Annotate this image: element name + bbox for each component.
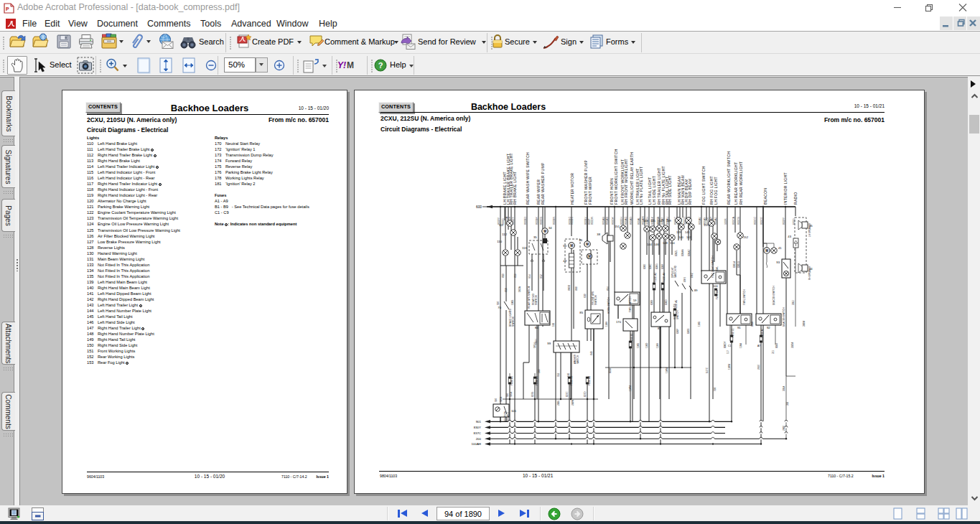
svg-text:800CE: 800CE bbox=[760, 216, 763, 225]
svg-text:FUSE A9: FUSE A9 bbox=[536, 376, 538, 385]
svg-text:816: 816 bbox=[514, 273, 517, 278]
svg-text:38: 38 bbox=[597, 233, 600, 236]
svg-text:149: 149 bbox=[666, 219, 671, 223]
svg-text:830G: 830G bbox=[655, 263, 658, 269]
svg-text:830C: 830C bbox=[649, 263, 652, 269]
svg-text:907A: 907A bbox=[500, 396, 503, 402]
svg-text:110B: 110B bbox=[698, 322, 701, 327]
svg-text:143: 143 bbox=[643, 219, 648, 223]
svg-text:49: 49 bbox=[563, 259, 566, 263]
svg-text:830Z: 830Z bbox=[691, 273, 694, 278]
svg-text:111: 111 bbox=[499, 223, 504, 227]
svg-text:SWITCH: SWITCH bbox=[594, 295, 597, 305]
svg-text:REAR WASH WIPE SWITCH: REAR WASH WIPE SWITCH bbox=[526, 152, 530, 205]
svg-text:SWITCH: SWITCH bbox=[512, 317, 515, 327]
svg-text:41: 41 bbox=[778, 246, 782, 250]
svg-text:141: 141 bbox=[685, 230, 690, 234]
svg-text:FOG LIGHT SWITCH: FOG LIGHT SWITCH bbox=[701, 166, 706, 205]
svg-text:BEACON SWITCH: BEACON SWITCH bbox=[783, 307, 785, 327]
svg-text:F/W/L SWITCH: F/W/L SWITCH bbox=[743, 289, 746, 305]
svg-text:M: M bbox=[543, 230, 546, 233]
svg-text:C1: C1 bbox=[728, 345, 731, 347]
svg-text:110M: 110M bbox=[666, 368, 668, 373]
svg-text:FUSE A4: FUSE A4 bbox=[663, 273, 666, 282]
svg-text:8034: 8034 bbox=[775, 343, 778, 348]
svg-text:110: 110 bbox=[497, 240, 502, 243]
svg-text:800AG: 800AG bbox=[625, 217, 627, 225]
svg-text:100AH: 100AH bbox=[472, 442, 481, 446]
svg-text:800BS: 800BS bbox=[571, 217, 574, 225]
svg-text:830E: 830E bbox=[643, 264, 646, 269]
svg-text:200: 200 bbox=[476, 437, 482, 441]
svg-text:91: 91 bbox=[737, 326, 741, 329]
svg-text:LH REAR WORKLIGHT: LH REAR WORKLIGHT bbox=[734, 162, 738, 205]
svg-text:105H: 105H bbox=[535, 339, 538, 345]
svg-text:70: 70 bbox=[498, 306, 501, 309]
svg-text:SWITCH: SWITCH bbox=[535, 295, 538, 305]
svg-text:36: 36 bbox=[579, 238, 582, 242]
svg-text:901: 901 bbox=[476, 420, 482, 424]
svg-text:87: 87 bbox=[658, 327, 661, 330]
svg-text:2006: 2006 bbox=[557, 401, 560, 406]
svg-text:303J: 303J bbox=[792, 300, 795, 305]
svg-text:800AV: 800AV bbox=[699, 217, 701, 225]
svg-text:B27C: B27C bbox=[706, 367, 709, 373]
svg-text:FUSE B5: FUSE B5 bbox=[570, 375, 573, 385]
svg-text:800BV: 800BV bbox=[584, 217, 587, 225]
svg-text:830AA: 830AA bbox=[681, 249, 684, 256]
svg-text:RH BRAKE LIGHT: RH BRAKE LIGHT bbox=[513, 171, 517, 205]
svg-text:907A: 907A bbox=[510, 391, 513, 397]
svg-text:RH FRONT WORKLIGHT: RH FRONT WORKLIGHT bbox=[624, 159, 628, 205]
svg-text:800EB: 800EB bbox=[540, 217, 543, 225]
svg-text:800BD: 800BD bbox=[524, 217, 527, 225]
svg-text:FUSE A3: FUSE A3 bbox=[654, 273, 657, 282]
svg-text:303: 303 bbox=[786, 401, 789, 406]
svg-text:800AD: 800AD bbox=[630, 217, 633, 225]
svg-text:952: 952 bbox=[540, 274, 543, 279]
svg-text:830LB: 830LB bbox=[737, 261, 740, 268]
svg-text:RH SPEAKER: RH SPEAKER bbox=[808, 266, 811, 280]
svg-text:810: 810 bbox=[502, 273, 505, 278]
svg-text:800DY: 800DY bbox=[724, 340, 727, 348]
svg-text:FUSE A8: FUSE A8 bbox=[588, 376, 591, 385]
svg-text:M: M bbox=[570, 244, 573, 248]
svg-text:151: 151 bbox=[615, 225, 620, 228]
svg-text:SWITCH: SWITCH bbox=[676, 310, 679, 319]
svg-text:800B: 800B bbox=[568, 284, 571, 291]
svg-text:110D: 110D bbox=[645, 342, 648, 348]
svg-text:800DK: 800DK bbox=[612, 216, 615, 225]
svg-text:F/W/L SWITCH: F/W/L SWITCH bbox=[629, 296, 632, 312]
svg-text:100: 100 bbox=[538, 369, 541, 373]
svg-text:146: 146 bbox=[654, 243, 659, 246]
svg-text:300M: 300M bbox=[803, 321, 806, 327]
svg-text:FOG LIGHT SWITCH: FOG LIGHT SWITCH bbox=[711, 256, 714, 278]
svg-text:830: 830 bbox=[584, 294, 587, 298]
svg-text:50: 50 bbox=[563, 244, 566, 248]
svg-text:820S: 820S bbox=[687, 329, 690, 334]
svg-text:110H: 110H bbox=[605, 321, 608, 327]
svg-text:837C: 837C bbox=[566, 391, 569, 397]
svg-text:144: 144 bbox=[647, 243, 652, 246]
svg-text:LH No PLATE LIGHT: LH No PLATE LIGHT bbox=[639, 167, 643, 205]
svg-text:800FF: 800FF bbox=[783, 217, 785, 225]
svg-text:SWITCH RD: SWITCH RD bbox=[674, 265, 677, 278]
svg-text:FUSE A1: FUSE A1 bbox=[510, 376, 513, 385]
svg-text:907: 907 bbox=[495, 398, 498, 402]
svg-text:800EH: 800EH bbox=[620, 217, 623, 225]
svg-text:REAR WORKLIGHT SWITCH: REAR WORKLIGHT SWITCH bbox=[727, 151, 731, 205]
svg-text:SWITCH: SWITCH bbox=[577, 355, 579, 364]
svg-text:910: 910 bbox=[714, 387, 717, 391]
svg-text:800DN: 800DN bbox=[591, 216, 594, 225]
svg-text:145: 145 bbox=[650, 219, 655, 223]
svg-text:303A: 303A bbox=[783, 385, 785, 391]
svg-text:?: ? bbox=[378, 61, 383, 70]
svg-text:840: 840 bbox=[590, 351, 593, 355]
svg-text:110M: 110M bbox=[728, 364, 731, 370]
svg-text:814: 814 bbox=[607, 286, 610, 291]
svg-text:RH SIDE LIGHT: RH SIDE LIGHT bbox=[668, 175, 672, 205]
svg-text:FUSE C1: FUSE C1 bbox=[732, 328, 734, 337]
svg-text:139: 139 bbox=[676, 230, 681, 234]
svg-text:830LA: 830LA bbox=[733, 261, 736, 268]
svg-text:A7: A7 bbox=[757, 345, 760, 347]
svg-text:830K: 830K bbox=[661, 263, 664, 269]
